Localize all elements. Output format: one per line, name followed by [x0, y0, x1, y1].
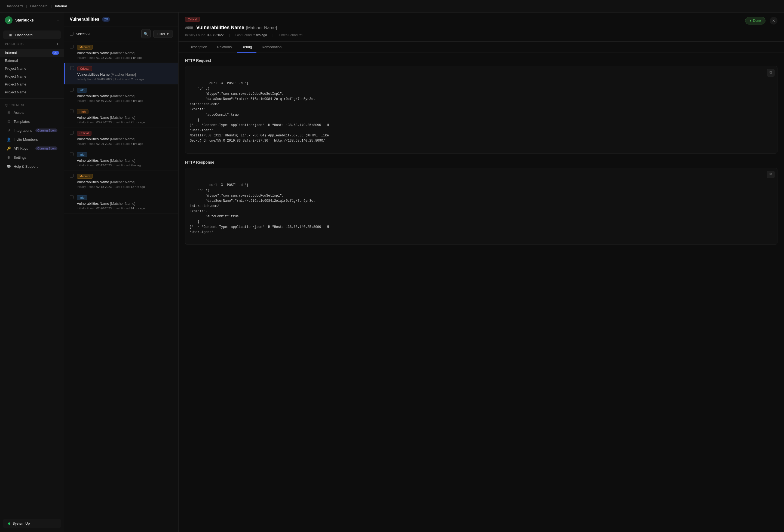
search-button[interactable]: 🔍 — [141, 29, 150, 38]
sidebar-item-project-2[interactable]: Project Name — [0, 64, 64, 73]
vuln-lf-val-4: 5 hrs ago — [131, 142, 143, 145]
sidebar-item-help-&-support[interactable]: 💬 Help & Support — [2, 162, 62, 171]
vuln-list-item-2[interactable]: Info Vulnerabilities Name [Matcher Name]… — [64, 84, 178, 106]
vuln-lf-val-0: 1 hr ago — [131, 56, 142, 59]
filter-chevron-icon: ▾ — [167, 32, 169, 36]
sidebar-item-templates[interactable]: ⊡ Templates — [2, 117, 62, 126]
vuln-if-val-4: 02-09-2023 — [96, 142, 112, 145]
vuln-checkbox-7[interactable] — [70, 195, 74, 199]
select-all-label[interactable]: Select All — [76, 32, 90, 36]
vuln-name-7: Vulnerabilities Name [Matcher Name] — [77, 201, 173, 205]
vuln-if-val-3: 03-21-2023 — [96, 121, 112, 124]
vuln-if-label-4: Initially Found — [77, 142, 95, 145]
vuln-checkbox-0[interactable] — [70, 45, 74, 49]
tab-remediation[interactable]: Remediation — [257, 41, 286, 53]
tab-relations[interactable]: Relations — [213, 41, 236, 53]
sidebar-item-project-5[interactable]: Project Name — [0, 88, 64, 96]
times-found-value: 21 — [299, 33, 303, 37]
sidebar: S Starbucks ⌄ ⊞ Dashboard Projects + Int… — [0, 12, 64, 532]
copy-response-icon: ⧉ — [769, 171, 772, 177]
sidebar-brand[interactable]: S Starbucks ⌄ — [0, 12, 64, 28]
vuln-meta-sep-3: | — [113, 121, 113, 124]
sidebar-item-project-4[interactable]: Project Name — [0, 80, 64, 88]
tab-description[interactable]: Description — [185, 41, 212, 53]
quick-item-label-5: Settings — [13, 156, 26, 160]
quick-item-icon-0: ⊞ — [6, 110, 11, 115]
vuln-lf-val-1: 2 hrs ago — [131, 78, 144, 81]
vuln-name-3: Vulnerabilities Name [Matcher Name] — [77, 115, 173, 119]
detail-title: Vulnerabilities Name — [196, 25, 244, 30]
copy-response-button[interactable]: ⧉ — [767, 171, 775, 178]
add-project-button[interactable]: + — [56, 41, 59, 47]
vuln-checkbox-1[interactable] — [70, 66, 74, 70]
sidebar-item-settings[interactable]: ⚙ Settings — [2, 153, 62, 162]
vuln-lf-label-5: Last Found — [115, 164, 130, 167]
sidebar-projects-header: Projects + — [0, 39, 64, 49]
vuln-checkbox-5[interactable] — [70, 152, 74, 156]
copy-request-button[interactable]: ⧉ — [767, 69, 775, 77]
vuln-list-item-6[interactable]: Medium Vulnerabilities Name [Matcher Nam… — [64, 170, 178, 192]
vuln-list-item-4[interactable]: Critical Vulnerabilities Name [Matcher N… — [64, 128, 178, 149]
project-name-4: Project Name — [5, 82, 26, 86]
vuln-list-item-5[interactable]: Info Vulnerabilities Name [Matcher Name]… — [64, 149, 178, 170]
vuln-name-4: Vulnerabilities Name [Matcher Name] — [77, 137, 173, 141]
sidebar-item-api-keys[interactable]: 🔑 API Keys Coming Soon — [2, 144, 62, 153]
vuln-matcher-1: [Matcher Name] — [111, 73, 136, 77]
detail-panel: Critical #999 Vulnerabilities Name [Matc… — [178, 12, 784, 532]
detail-id: #999 — [185, 26, 193, 30]
detail-severity-badge: Critical — [185, 17, 200, 22]
meta-sep1: | — [229, 33, 230, 37]
select-all-checkbox[interactable] — [70, 32, 74, 36]
content-area: Vulnerabilities 20 Select All 🔍 Filter ▾… — [64, 12, 784, 532]
vuln-meta-sep-4: | — [113, 142, 113, 145]
sidebar-item-dashboard[interactable]: ⊞ Dashboard — [3, 30, 61, 39]
close-button[interactable]: ✕ — [770, 17, 778, 25]
http-response-title: HTTP Response — [185, 160, 778, 164]
vuln-meta-1: Initially Found 09-08-2022 | Last Found … — [77, 78, 173, 81]
vuln-list-item-7[interactable]: Info Vulnerabilities Name [Matcher Name]… — [64, 192, 178, 214]
topnav-item-dashboard1[interactable]: Dashboard — [5, 4, 23, 8]
vuln-checkbox-2[interactable] — [70, 88, 74, 91]
vuln-matcher-3: [Matcher Name] — [110, 115, 135, 119]
vuln-checkbox-6[interactable] — [70, 174, 74, 177]
vuln-count-badge: 20 — [102, 17, 110, 22]
topnav-sep1: | — [26, 4, 27, 8]
done-dot-icon — [750, 20, 751, 22]
sidebar-item-invite-members[interactable]: 👤 Invite Members — [2, 135, 62, 144]
vuln-lf-val-6: 12 hrs ago — [131, 185, 145, 188]
vuln-matcher-6: [Matcher Name] — [110, 180, 135, 184]
quick-item-badge-4: Coming Soon — [35, 146, 57, 150]
topnav-item-dashboard2[interactable]: Dashboard — [30, 4, 48, 8]
quick-item-icon-4: 🔑 — [6, 146, 11, 150]
sidebar-item-integrations[interactable]: ⇄ Integrations Coming Soon — [2, 126, 62, 135]
vuln-list-item-1[interactable]: Critical Vulnerabilities Name [Matcher N… — [64, 63, 178, 84]
quick-item-label-6: Help & Support — [13, 164, 37, 169]
initially-found-label: Initially Found — [185, 33, 205, 37]
vuln-list-item-3[interactable]: High Vulnerabilities Name [Matcher Name]… — [64, 106, 178, 128]
quick-item-icon-2: ⇄ — [6, 128, 11, 133]
vuln-checkbox-3[interactable] — [70, 109, 74, 113]
close-icon: ✕ — [772, 19, 775, 23]
project-name-3: Project Name — [5, 74, 26, 78]
vuln-lf-label-7: Last Found — [115, 207, 130, 210]
sidebar-item-project-3[interactable]: Project Name — [0, 73, 64, 80]
brand-name: Starbucks — [15, 18, 34, 22]
sidebar-item-project-0[interactable]: Internal20 — [0, 49, 64, 57]
tab-debug[interactable]: Debug — [237, 41, 256, 53]
quick-item-icon-6: 💬 — [6, 164, 11, 169]
vuln-if-label-5: Initially Found — [77, 164, 95, 167]
done-button[interactable]: Done — [745, 17, 765, 25]
projects-list: Internal20ExternalProject NameProject Na… — [0, 49, 64, 96]
topnav-item-internal[interactable]: Internal — [55, 4, 67, 8]
sidebar-item-project-1[interactable]: External — [0, 57, 64, 64]
vuln-name-5: Vulnerabilities Name [Matcher Name] — [77, 159, 173, 163]
filter-button[interactable]: Filter ▾ — [153, 30, 173, 38]
vuln-checkbox-4[interactable] — [70, 131, 74, 135]
sidebar-item-assets[interactable]: ⊞ Assets — [2, 108, 62, 117]
http-request-title: HTTP Request — [185, 58, 778, 63]
http-request-code: curl -X 'POST' -d '{ "b" :{ "@type":"com… — [190, 81, 329, 143]
vuln-meta-4: Initially Found 02-09-2023 | Last Found … — [77, 142, 173, 145]
vuln-lf-label-4: Last Found — [115, 142, 130, 145]
vuln-list-item-0[interactable]: Medium Vulnerabilities Name [Matcher Nam… — [64, 41, 178, 63]
vuln-meta-sep-7: | — [113, 207, 113, 210]
